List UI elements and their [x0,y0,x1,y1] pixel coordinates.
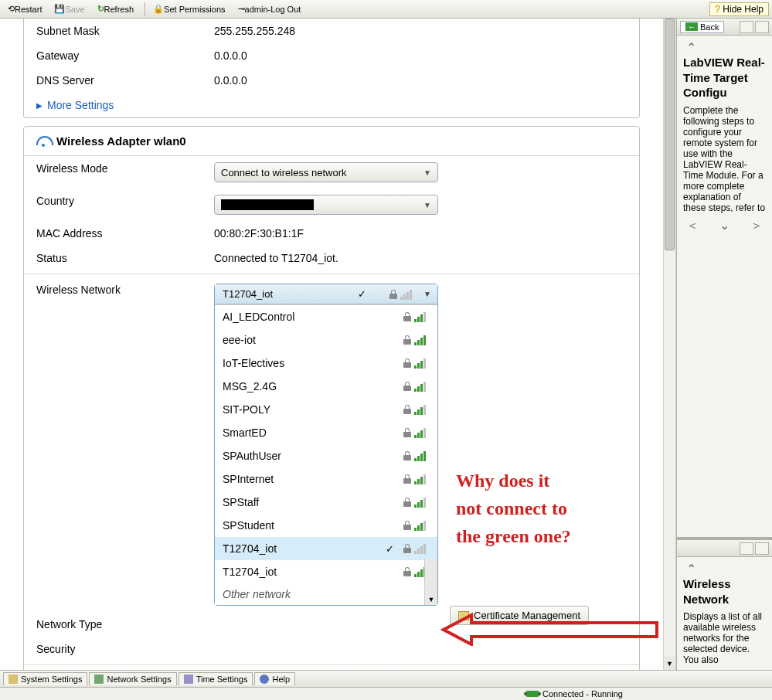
connection-label: Connected - Running [542,689,623,698]
network-name: eee-iot [223,334,256,346]
save-button[interactable]: 💾 Save [49,2,89,15]
network-icon [94,675,104,684]
network-name: SPStudent [223,519,274,532]
status-value: Connected to T12704_iot. [214,252,627,264]
network-name: T12704_iot [223,566,277,578]
panel-divider [24,664,639,665]
other-network-option[interactable]: Other network [215,583,437,605]
help-tool-4[interactable] [755,542,769,555]
lock-icon [403,335,411,345]
nav-right[interactable]: ＞ [750,218,763,234]
network-option[interactable]: eee-iot [215,328,437,352]
gateway-value: 0.0.0.0 [214,49,627,62]
lock-icon [403,544,411,553]
signal-bars-icon [414,311,430,322]
back-arrow-icon: ← [685,22,698,31]
wireless-network-selected[interactable]: T12704_iot ✓ ▼ [215,284,437,304]
tab-time-settings[interactable]: Time Settings [179,672,253,685]
network-option[interactable]: T12704_iot✓ [215,537,437,560]
chevron-down-icon: ▼ [423,290,431,298]
lock-icon [403,498,411,507]
network-option[interactable]: SmartED [215,421,437,444]
network-option[interactable]: MSG_2.4G [215,375,437,398]
help-text-2: Displays a list of all available wireles… [683,611,766,665]
help-toolbar: ←Back [677,19,772,36]
lock-icon [403,358,411,368]
restart-button[interactable]: ⟲ Restart [3,2,46,15]
expand-icon: ▶ [36,101,43,110]
help-body-2: ⌃ Wireless Network Displays a list of al… [677,557,772,670]
network-type-label: Network Type [36,618,214,630]
security-label: Security [36,643,214,655]
mac-label: MAC Address [36,227,214,240]
lock-icon [403,474,411,484]
dropdown-scroll-down[interactable]: ▼ [424,559,437,605]
tab-network-settings[interactable]: Network Settings [89,672,176,685]
network-name: T12704_iot [223,542,277,555]
check-icon: ✓ [358,288,366,300]
help-section-2: ⌃ Wireless Network Displays a list of al… [677,537,772,670]
network-option[interactable]: SPAuthUser [215,444,437,467]
help-prev[interactable]: ⌃ [686,40,696,55]
network-name: AI_LEDControl [223,311,294,323]
country-label: Country [36,195,214,215]
mac-value: 00:80:2F:30:B1:1F [214,227,627,240]
network-option[interactable]: SIT-POLY [215,398,437,421]
bottom-tabs: System Settings Network Settings Time Se… [0,670,772,687]
network-option[interactable]: SPInternet [215,467,437,491]
network-option[interactable]: AI_LEDControl [215,305,437,328]
logout-button[interactable]: ⊸ admin - Log Out [233,2,306,15]
annotation-line2: not connect to [456,498,567,518]
scroll-down-arrow[interactable]: ▼ [664,657,675,670]
help-tool-3[interactable] [740,542,753,555]
panel-divider [24,274,639,274]
annotation-line1: Why does it [456,471,549,491]
help-tool-2[interactable] [755,21,769,33]
chevron-down-icon: ▼ [423,168,431,177]
signal-bars-icon [414,543,430,554]
refresh-button[interactable]: ↻ Refresh [93,2,139,15]
dns-value: 0.0.0.0 [214,74,627,87]
help-tool-1[interactable] [740,21,753,33]
help-back-button[interactable]: ←Back [680,21,724,33]
network-option[interactable]: SPStaff [215,491,437,514]
tab-system-settings[interactable]: System Settings [3,672,87,685]
network-name: MSG_2.4G [223,380,277,392]
lock-icon [403,451,411,460]
wireless-mode-value: Connect to wireless network [221,167,347,178]
lock-icon [403,567,411,576]
help-title-2: Wireless Network [683,576,766,607]
help-body-1: ⌃ LabVIEW Real-Time Target Configu Compl… [677,36,772,534]
signal-bars-icon [414,520,430,531]
set-permissions-button[interactable]: 🔒 Set Permissions [148,2,230,15]
connection-status: Connected - Running [525,689,623,698]
signal-bars-icon [414,474,430,484]
set-permissions-label: Set Permissions [164,5,225,14]
more-settings-link[interactable]: ▶ More Settings [24,93,639,117]
network-option[interactable]: T12704_iot [215,560,437,583]
help-panel: ←Back ⌃ LabVIEW Real-Time Target Configu… [676,19,772,670]
vertical-scrollbar[interactable]: ▼ [663,19,676,670]
nav-left[interactable]: ＜ [686,218,699,234]
network-name: SIT-POLY [223,403,270,416]
hide-help-button[interactable]: ? Hide Help [709,2,769,16]
tab-help[interactable]: Help [254,672,295,685]
nav-down[interactable]: ⌄ [719,218,729,234]
network-option[interactable]: IoT-Electives [215,352,437,375]
country-select[interactable]: ▼ [214,195,438,215]
signal-bars-icon [414,381,430,392]
connected-icon [525,691,539,697]
system-icon [9,675,18,684]
lock-icon [403,312,411,321]
wireless-mode-select[interactable]: Connect to wireless network ▼ [214,162,438,182]
annotation-text: Why does it not connect to the green one… [456,467,571,550]
wireless-network-select[interactable]: T12704_iot ✓ ▼ AI_LEDControleee-iotIoT-E… [214,284,438,606]
wlan-panel: Wireless Adapter wlan0 Wireless Mode Con… [23,126,640,670]
help2-prev[interactable]: ⌃ [686,562,696,576]
lock-icon [403,382,411,391]
logout-label: Log Out [270,5,301,14]
network-option[interactable]: SPStudent [215,514,437,537]
scroll-thumb[interactable] [665,19,675,250]
ethernet-panel-partial: Subnet Mask 255.255.255.248 Gateway 0.0.… [23,19,640,118]
restart-label: Restart [15,5,42,14]
